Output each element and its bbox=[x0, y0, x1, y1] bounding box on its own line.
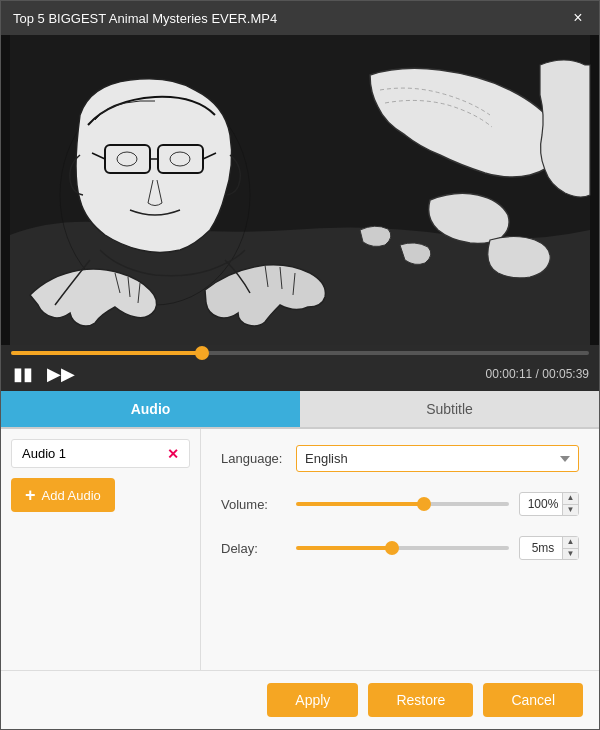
video-preview bbox=[1, 35, 599, 345]
pause-icon: ▮▮ bbox=[13, 363, 33, 385]
tab-subtitle[interactable]: Subtitle bbox=[300, 391, 599, 427]
volume-label: Volume: bbox=[221, 497, 296, 512]
total-time: 00:05:39 bbox=[542, 367, 589, 381]
delay-label: Delay: bbox=[221, 541, 296, 556]
tab-audio[interactable]: Audio bbox=[1, 391, 300, 427]
current-time: 00:00:11 bbox=[486, 367, 533, 381]
tabs-row: Audio Subtitle bbox=[1, 391, 599, 429]
audio-track-item: Audio 1 ✕ bbox=[11, 439, 190, 468]
add-audio-label: Add Audio bbox=[42, 488, 101, 503]
volume-spinners: ▲ ▼ bbox=[562, 493, 578, 515]
volume-input-wrap: ▲ ▼ bbox=[519, 492, 579, 516]
progress-thumb[interactable] bbox=[195, 346, 209, 360]
volume-row: Volume: ▲ ▼ bbox=[221, 492, 579, 516]
video-frame bbox=[1, 35, 599, 345]
video-area bbox=[1, 35, 599, 345]
delay-down-button[interactable]: ▼ bbox=[562, 549, 578, 560]
settings-panel: Language: English French Spanish German … bbox=[201, 429, 599, 670]
window-title: Top 5 BIGGEST Animal Mysteries EVER.MP4 bbox=[13, 11, 277, 26]
cancel-button[interactable]: Cancel bbox=[483, 683, 583, 717]
audio-list-panel: Audio 1 ✕ + Add Audio bbox=[1, 429, 201, 670]
language-control: English French Spanish German Japanese C… bbox=[296, 445, 579, 472]
skip-forward-button[interactable]: ▶▶ bbox=[45, 361, 77, 387]
skip-forward-icon: ▶▶ bbox=[47, 363, 75, 385]
apply-button[interactable]: Apply bbox=[267, 683, 358, 717]
language-label: Language: bbox=[221, 451, 296, 466]
plus-icon: + bbox=[25, 486, 36, 504]
volume-control: ▲ ▼ bbox=[296, 492, 579, 516]
progress-row[interactable] bbox=[11, 351, 589, 355]
close-button[interactable]: × bbox=[569, 9, 587, 27]
restore-button[interactable]: Restore bbox=[368, 683, 473, 717]
main-window: Top 5 BIGGEST Animal Mysteries EVER.MP4 … bbox=[0, 0, 600, 730]
time-display: 00:00:11 / 00:05:39 bbox=[486, 367, 589, 381]
delay-control: ▲ ▼ bbox=[296, 536, 579, 560]
delay-slider-wrap[interactable] bbox=[296, 538, 509, 558]
delay-thumb[interactable] bbox=[385, 541, 399, 555]
controls-row: ▮▮ ▶▶ 00:00:11 / 00:05:39 bbox=[11, 361, 589, 387]
volume-thumb[interactable] bbox=[417, 497, 431, 511]
add-audio-button[interactable]: + Add Audio bbox=[11, 478, 115, 512]
remove-audio-button[interactable]: ✕ bbox=[167, 447, 179, 461]
delay-track[interactable] bbox=[296, 546, 509, 550]
volume-slider-wrap[interactable] bbox=[296, 494, 509, 514]
panel-area: Audio 1 ✕ + Add Audio Language: English … bbox=[1, 429, 599, 670]
delay-spinners: ▲ ▼ bbox=[562, 537, 578, 559]
delay-row: Delay: ▲ ▼ bbox=[221, 536, 579, 560]
audio-track-label: Audio 1 bbox=[22, 446, 66, 461]
delay-input-wrap: ▲ ▼ bbox=[519, 536, 579, 560]
controls-bar: ▮▮ ▶▶ 00:00:11 / 00:05:39 bbox=[1, 345, 599, 391]
delay-up-button[interactable]: ▲ bbox=[562, 537, 578, 549]
language-row: Language: English French Spanish German … bbox=[221, 445, 579, 472]
progress-track[interactable] bbox=[11, 351, 589, 355]
language-select[interactable]: English French Spanish German Japanese C… bbox=[296, 445, 579, 472]
pause-button[interactable]: ▮▮ bbox=[11, 361, 35, 387]
footer: Apply Restore Cancel bbox=[1, 670, 599, 729]
volume-down-button[interactable]: ▼ bbox=[562, 505, 578, 516]
progress-fill bbox=[11, 351, 202, 355]
volume-up-button[interactable]: ▲ bbox=[562, 493, 578, 505]
title-bar: Top 5 BIGGEST Animal Mysteries EVER.MP4 … bbox=[1, 1, 599, 35]
playback-controls: ▮▮ ▶▶ bbox=[11, 361, 77, 387]
volume-track[interactable] bbox=[296, 502, 509, 506]
